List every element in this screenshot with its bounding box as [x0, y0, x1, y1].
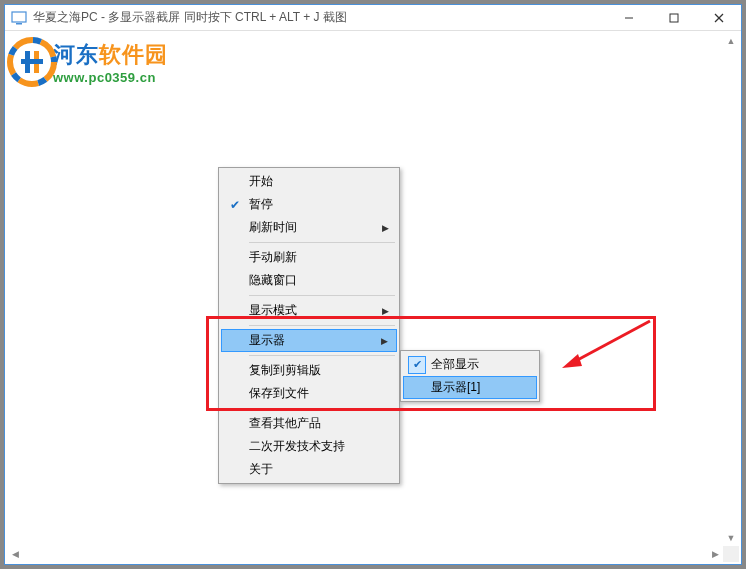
- context-menu: 开始 ✔暂停 刷新时间▶ 手动刷新 隐藏窗口 显示模式▶ 显示器▶ 复制到剪辑版…: [218, 167, 400, 484]
- menu-about[interactable]: 关于: [221, 458, 397, 481]
- svg-rect-3: [670, 14, 678, 22]
- menu-refresh-time[interactable]: 刷新时间▶: [221, 216, 397, 239]
- svg-line-11: [570, 321, 650, 364]
- svg-marker-12: [562, 354, 582, 368]
- menu-label: 显示模式: [249, 302, 297, 319]
- menu-label: 隐藏窗口: [249, 272, 297, 289]
- menu-label: 显示器: [249, 332, 285, 349]
- menu-manual-refresh[interactable]: 手动刷新: [221, 246, 397, 269]
- menu-display-mode[interactable]: 显示模式▶: [221, 299, 397, 322]
- menu-hide-window[interactable]: 隐藏窗口: [221, 269, 397, 292]
- menu-separator: [249, 408, 395, 409]
- menu-start[interactable]: 开始: [221, 170, 397, 193]
- scroll-left-button[interactable]: ◀: [7, 546, 23, 562]
- watermark-logo-icon: [5, 35, 59, 89]
- menu-separator: [249, 355, 395, 356]
- watermark-name: 河东软件园: [53, 40, 168, 70]
- submenu-show-all[interactable]: ✔全部显示: [403, 353, 537, 376]
- close-button[interactable]: [696, 5, 741, 31]
- menu-copy-clipboard[interactable]: 复制到剪辑版: [221, 359, 397, 382]
- menu-monitor[interactable]: 显示器▶: [221, 329, 397, 352]
- menu-label: 保存到文件: [249, 385, 309, 402]
- scroll-corner: [723, 546, 739, 562]
- svg-rect-1: [16, 23, 22, 25]
- submenu-monitor1[interactable]: 显示器[1]: [403, 376, 537, 399]
- menu-label: 全部显示: [431, 356, 479, 373]
- scroll-right-button[interactable]: ▶: [707, 546, 723, 562]
- minimize-button[interactable]: [606, 5, 651, 31]
- menu-label: 开始: [249, 173, 273, 190]
- chevron-right-icon: ▶: [381, 336, 388, 346]
- watermark-text: 河东软件园 www.pc0359.cn: [53, 40, 168, 85]
- menu-other-products[interactable]: 查看其他产品: [221, 412, 397, 435]
- annotation-arrow-icon: [550, 316, 660, 376]
- menu-save-file[interactable]: 保存到文件: [221, 382, 397, 405]
- check-icon: ✔: [408, 356, 426, 374]
- menu-dev-support[interactable]: 二次开发技术支持: [221, 435, 397, 458]
- menu-label: 复制到剪辑版: [249, 362, 321, 379]
- submenu-monitor: ✔全部显示 显示器[1]: [400, 350, 540, 402]
- titlebar: 华夏之海PC - 多显示器截屏 同时按下 CTRL + ALT + J 截图: [5, 5, 741, 31]
- menu-label: 关于: [249, 461, 273, 478]
- window-controls: [606, 5, 741, 31]
- menu-separator: [249, 295, 395, 296]
- app-window: 华夏之海PC - 多显示器截屏 同时按下 CTRL + ALT + J 截图 ▲…: [4, 4, 742, 565]
- menu-separator: [249, 325, 395, 326]
- menu-label: 查看其他产品: [249, 415, 321, 432]
- menu-label: 显示器[1]: [431, 379, 480, 396]
- svg-rect-10: [21, 59, 43, 64]
- menu-separator: [249, 242, 395, 243]
- menu-pause[interactable]: ✔暂停: [221, 193, 397, 216]
- scroll-up-button[interactable]: ▲: [723, 33, 739, 49]
- window-title: 华夏之海PC - 多显示器截屏 同时按下 CTRL + ALT + J 截图: [33, 9, 606, 26]
- watermark-url: www.pc0359.cn: [53, 70, 168, 85]
- app-icon: [11, 10, 27, 26]
- chevron-right-icon: ▶: [382, 223, 389, 233]
- chevron-right-icon: ▶: [382, 306, 389, 316]
- svg-rect-0: [12, 12, 26, 22]
- client-area: ▲ ▼ ◀ ▶ 河东软件园 www.pc0359.cn 开始 ✔暂停: [5, 31, 741, 564]
- menu-label: 手动刷新: [249, 249, 297, 266]
- menu-label: 暂停: [249, 196, 273, 213]
- maximize-button[interactable]: [651, 5, 696, 31]
- menu-label: 二次开发技术支持: [249, 438, 345, 455]
- scroll-down-button[interactable]: ▼: [723, 530, 739, 546]
- watermark: 河东软件园 www.pc0359.cn: [5, 35, 168, 89]
- menu-label: 刷新时间: [249, 219, 297, 236]
- check-icon: ✔: [227, 198, 243, 212]
